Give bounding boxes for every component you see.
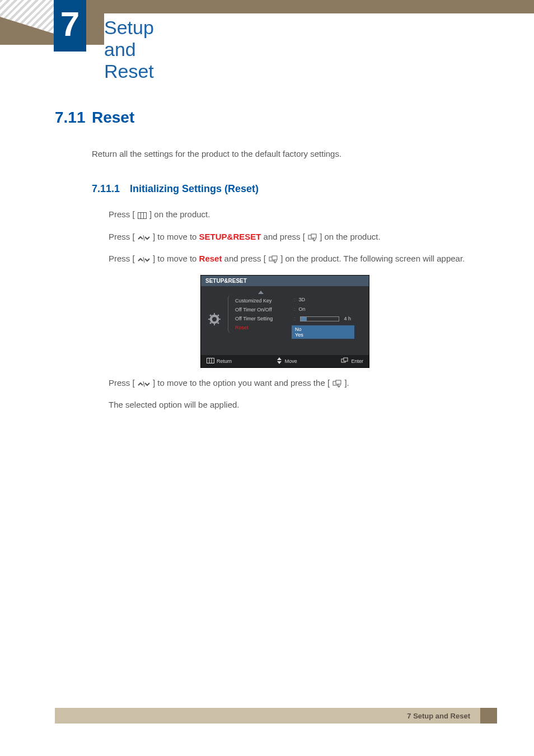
scroll-up-icon	[228, 290, 294, 295]
text: 3D	[299, 297, 306, 302]
section-heading: 7.11Reset	[55, 109, 491, 127]
text: ] to move to	[153, 254, 199, 263]
text: and press [	[264, 232, 305, 241]
svg-rect-0	[138, 213, 146, 219]
osd-return: Return	[207, 357, 232, 365]
osd-value-off-timer-onoff: :On	[294, 305, 369, 314]
svg-line-6	[143, 257, 144, 263]
osd-value-off-timer-setting: : 4 h	[294, 314, 369, 324]
chapter-title: Setup and Reset	[104, 13, 534, 86]
text: Press [	[109, 378, 135, 388]
svg-marker-24	[277, 361, 282, 364]
chapter-number: 7	[60, 7, 79, 45]
osd-item-off-timer-onoff: Off Timer On/Off	[228, 305, 294, 314]
osd-menu: Customized Key Off Timer On/Off Off Time…	[228, 290, 294, 340]
gear-icon	[208, 313, 221, 325]
osd-value-reset: No Yes	[294, 324, 369, 340]
osd-left	[201, 290, 228, 340]
step-2: Press [ ] to move to SETUP&RESET and pre…	[109, 231, 491, 245]
svg-rect-13	[208, 319, 210, 320]
osd-move: Move	[276, 357, 297, 365]
footer-accent	[480, 708, 497, 724]
osd-bottom-bar: Return Move Enter	[201, 355, 369, 367]
osd-item-reset: Reset	[228, 323, 294, 332]
osd-item-off-timer-setting: Off Timer Setting	[228, 314, 294, 323]
svg-rect-20	[207, 358, 214, 363]
osd-title: SETUP&RESET	[201, 276, 369, 286]
svg-rect-29	[336, 380, 341, 384]
updown-chevron-icon	[138, 232, 150, 245]
text: Move	[285, 358, 297, 364]
step-4: Press [ ] to move to the option you want…	[109, 377, 491, 391]
text: ] to move to	[153, 232, 199, 241]
subsection-title: Initializing Settings (Reset)	[130, 183, 259, 194]
svg-rect-8	[272, 256, 277, 260]
svg-marker-19	[258, 291, 264, 294]
svg-line-3	[143, 235, 144, 241]
text: ] on the product. The following screen w…	[280, 254, 465, 263]
section-title: Reset	[92, 109, 134, 126]
text: ] to move to the option you want and pre…	[153, 378, 330, 388]
highlight-reset: Reset	[199, 254, 222, 263]
svg-marker-23	[277, 357, 282, 360]
enter-icon	[341, 357, 349, 365]
text: ] on the product.	[149, 209, 210, 219]
text: Press [	[109, 209, 135, 219]
text: ].	[344, 378, 349, 388]
step-3: Press [ ] to move to Reset and press [ ]…	[109, 253, 491, 267]
osd-values: :3D :On : 4 h No Yes	[294, 290, 369, 340]
text: Press [	[109, 254, 135, 263]
section-number: 7.11	[55, 109, 92, 127]
osd-item-customized-key: Customized Key	[228, 296, 294, 305]
osd-value-customized-key: :3D	[294, 295, 369, 305]
text: Return	[217, 358, 232, 364]
svg-rect-12	[214, 323, 215, 325]
step-1: Press [ ] on the product.	[109, 208, 491, 223]
page: 7 Setup and Reset 7.11Reset Return all t…	[0, 0, 534, 756]
osd-screenshot: SETUP&RESET Customized Key Off Timer On/…	[200, 275, 369, 368]
reset-option-no: No	[292, 326, 354, 332]
text: Enter	[351, 358, 363, 364]
step-5: The selected option will be applied.	[109, 399, 491, 412]
subsection-number: 7.11.1	[92, 183, 120, 194]
footer: 7 Setup and Reset	[55, 708, 497, 724]
menu-icon	[138, 210, 147, 223]
enter-icon	[308, 232, 317, 245]
text: Press [	[109, 232, 135, 241]
text: ] on the product.	[320, 232, 380, 241]
svg-point-10	[212, 316, 217, 321]
osd-enter: Enter	[341, 357, 363, 365]
timer-slider-label: 4 h	[344, 316, 352, 321]
svg-rect-14	[218, 319, 221, 320]
svg-line-27	[143, 381, 144, 387]
updown-chevron-icon	[138, 379, 150, 391]
reset-option-yes: Yes	[292, 332, 354, 338]
enter-icon	[332, 379, 341, 391]
enter-icon	[269, 254, 278, 267]
timer-slider	[300, 316, 339, 321]
section-intro: Return all the settings for the product …	[92, 149, 491, 158]
highlight-setup-reset: SETUP&RESET	[199, 232, 261, 241]
subsection-heading: 7.11.1Initializing Settings (Reset)	[92, 183, 491, 195]
updown-icon	[276, 357, 283, 365]
footer-text: 7 Setup and Reset	[407, 712, 472, 720]
content: 7.11Reset Return all the settings for th…	[55, 101, 491, 419]
osd-body: Customized Key Off Timer On/Off Off Time…	[201, 286, 369, 355]
reset-option-box: No Yes	[292, 325, 354, 339]
svg-rect-11	[214, 313, 215, 315]
svg-rect-26	[344, 358, 348, 361]
updown-chevron-icon	[138, 254, 150, 267]
svg-rect-5	[311, 234, 316, 238]
menu-icon	[207, 358, 214, 365]
text: and press [	[224, 254, 266, 263]
chapter-tab: 7	[54, 0, 86, 52]
text: On	[299, 306, 306, 312]
